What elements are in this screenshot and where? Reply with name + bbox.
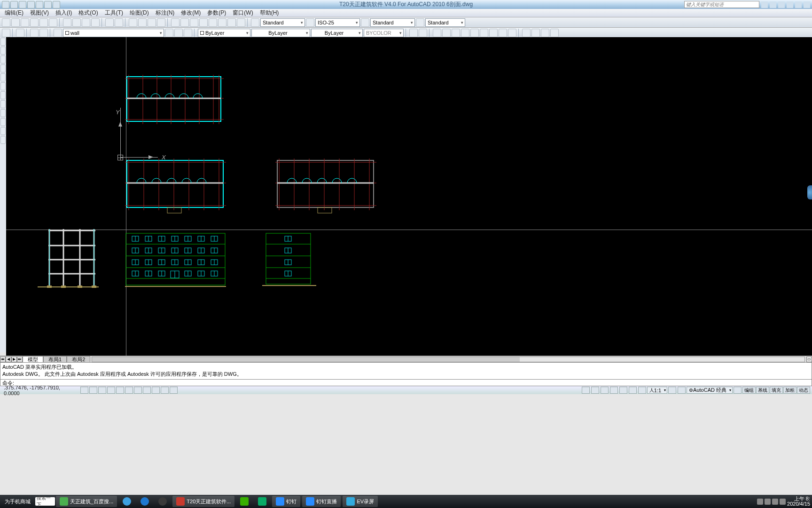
pan2-icon[interactable] <box>610 387 618 394</box>
pan-icon[interactable] <box>129 18 137 27</box>
publish-icon[interactable] <box>49 18 57 27</box>
cleanscreen-icon[interactable] <box>237 18 245 27</box>
qat-open-icon[interactable] <box>10 1 18 8</box>
line-icon[interactable] <box>0 38 6 46</box>
dimstyle-icon[interactable] <box>306 18 314 27</box>
region-icon[interactable] <box>0 127 6 135</box>
otrack-icon[interactable] <box>134 387 142 394</box>
textstyle-dropdown[interactable]: Standard <box>260 18 305 27</box>
toggle-bold[interactable]: 加粗 <box>783 387 796 394</box>
wheel-icon[interactable] <box>629 387 637 394</box>
tray-clock[interactable]: 上午 8: 2020/4/15 <box>787 496 810 507</box>
task-8[interactable]: 钉钉直播 <box>302 496 341 507</box>
taskbar-search[interactable]: 搜索一下 <box>35 497 55 506</box>
laythaw-icon[interactable] <box>442 29 451 37</box>
tray-vol-icon[interactable] <box>772 499 778 505</box>
toggle-group[interactable]: 编组 <box>742 387 756 394</box>
task-5[interactable] <box>236 496 252 507</box>
ducs-icon[interactable] <box>143 387 151 394</box>
layoff-icon[interactable] <box>452 29 460 37</box>
point-icon[interactable] <box>0 109 6 117</box>
layunlk-icon[interactable] <box>489 29 498 37</box>
qp-icon[interactable] <box>170 387 178 394</box>
menu-param[interactable]: 参数(P) <box>207 9 226 17</box>
task-3[interactable] <box>155 496 171 507</box>
exchange-icon[interactable] <box>778 1 785 8</box>
qv-drawings-icon[interactable] <box>601 387 609 394</box>
lineweight-dropdown[interactable]: ByLayer <box>311 29 363 37</box>
table-icon[interactable] <box>0 136 6 144</box>
ssm-icon[interactable] <box>199 18 208 27</box>
model-icon[interactable] <box>582 387 590 394</box>
tab-first-icon[interactable]: ⏮ <box>0 357 6 362</box>
ortho-icon[interactable] <box>98 387 106 394</box>
block-icon[interactable] <box>16 29 24 37</box>
matchprop-icon[interactable] <box>91 18 100 27</box>
menu-tools[interactable]: 工具(T) <box>105 9 123 17</box>
color-dropdown[interactable]: ByLayer <box>198 29 250 37</box>
tab-next-icon[interactable]: ▶ <box>11 357 17 362</box>
menu-help[interactable]: 帮助(H) <box>260 9 279 17</box>
menu-format[interactable]: 格式(O) <box>78 9 98 17</box>
pline-icon[interactable] <box>0 47 6 55</box>
save-icon[interactable] <box>21 18 29 27</box>
mlstyle-icon[interactable] <box>416 18 424 27</box>
tab-layout2[interactable]: 布局2 <box>67 356 90 363</box>
zoom-icon[interactable] <box>619 387 627 394</box>
props-icon[interactable] <box>171 18 180 27</box>
zoom-rt-icon[interactable] <box>138 18 147 27</box>
sign-in-icon[interactable] <box>770 1 776 8</box>
task-9[interactable]: EV录屏 <box>343 496 378 507</box>
annoauto-icon[interactable] <box>678 387 686 394</box>
cmd-expand-icon[interactable]: ▭ <box>806 357 812 362</box>
toggle-baseline[interactable]: 基线 <box>756 387 769 394</box>
laydel-icon[interactable] <box>522 29 531 37</box>
qv-layouts-icon[interactable] <box>591 387 599 394</box>
help-search-input[interactable] <box>684 1 759 8</box>
xref-icon[interactable] <box>2 29 10 37</box>
minimize-icon[interactable] <box>804 1 810 8</box>
copy-icon[interactable] <box>72 18 81 27</box>
favorite-icon[interactable] <box>787 1 793 8</box>
qat-redo-icon[interactable] <box>36 1 43 8</box>
layon-icon[interactable] <box>461 29 469 37</box>
toolpal-icon[interactable] <box>190 18 198 27</box>
menu-draw[interactable]: 绘图(D) <box>130 9 149 17</box>
hscroll[interactable] <box>92 357 805 362</box>
dimstyle-dropdown[interactable]: ISO-25 <box>315 18 360 27</box>
layerwalk-icon[interactable] <box>409 29 418 37</box>
toggle-dynamic[interactable]: 动态 <box>797 387 810 394</box>
layer-dropdown[interactable]: wall <box>63 29 164 37</box>
redo-icon[interactable] <box>115 18 123 27</box>
layer-state-icon[interactable] <box>174 29 183 37</box>
tablestyle-dropdown[interactable]: Standard <box>370 18 415 27</box>
menu-window[interactable]: 窗口(W) <box>233 9 253 17</box>
tab-model[interactable]: 模型 <box>23 356 43 363</box>
plotstyle-dropdown[interactable]: BYCOLOR <box>364 29 404 37</box>
grid-icon[interactable] <box>89 387 97 394</box>
new-icon[interactable] <box>2 18 10 27</box>
paste-icon[interactable] <box>82 18 90 27</box>
ellipse-icon[interactable] <box>0 82 6 90</box>
menu-insert[interactable]: 插入(I) <box>55 9 72 17</box>
tray-flag-icon[interactable] <box>780 499 786 505</box>
menu-view[interactable]: 视图(V) <box>30 9 49 17</box>
polar-icon[interactable] <box>107 387 115 394</box>
task-1[interactable] <box>119 496 135 507</box>
layer-prop-icon[interactable] <box>54 29 62 37</box>
toggle-fill[interactable]: 填充 <box>770 387 783 394</box>
qat-save-icon[interactable] <box>19 1 26 8</box>
layeriso2-icon[interactable] <box>419 29 427 37</box>
mlstyle-dropdown[interactable]: Standard <box>425 18 465 27</box>
tab-layout1[interactable]: 布局1 <box>43 356 67 363</box>
laymch-icon[interactable] <box>508 29 516 37</box>
annoscale-dropdown[interactable]: 人 1:1 <box>647 387 667 394</box>
zoom-win-icon[interactable] <box>148 18 156 27</box>
spline-icon[interactable] <box>0 118 6 126</box>
plot-icon[interactable] <box>30 18 39 27</box>
annovis-icon[interactable] <box>668 387 676 394</box>
preview-icon[interactable] <box>39 18 48 27</box>
osnap-icon[interactable] <box>116 387 124 394</box>
showmotion-icon[interactable] <box>638 387 646 394</box>
task-7[interactable]: 钉钉 <box>272 496 300 507</box>
